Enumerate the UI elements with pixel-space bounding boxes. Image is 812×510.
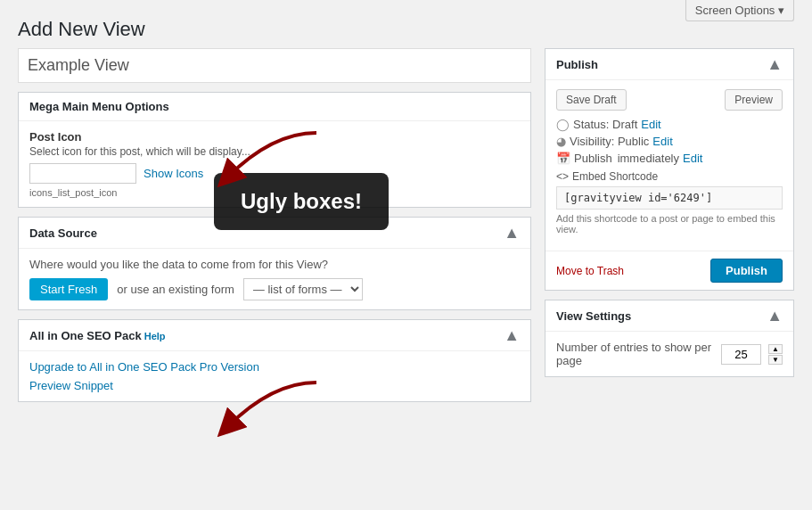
entries-input[interactable] <box>721 344 761 365</box>
post-icon-label: Post Icon <box>29 130 520 144</box>
view-settings-toggle: ▲ <box>767 308 783 324</box>
publish-box-header[interactable]: Publish ▲ <box>545 49 793 80</box>
entries-label: Number of entries to show per page <box>556 341 714 367</box>
mega-menu-title: Mega Main Menu Options <box>29 100 169 113</box>
publish-time-edit-link[interactable]: Edit <box>683 152 702 165</box>
or-text: or use an existing form <box>117 283 234 296</box>
move-to-trash-link[interactable]: Move to Trash <box>556 265 624 277</box>
calendar-icon: 📅 <box>556 152 570 165</box>
view-settings-body: Number of entries to show per page ▲ ▼ <box>545 332 793 376</box>
seo-upgrade-link[interactable]: Upgrade to All in One SEO Pack Pro Versi… <box>29 360 520 374</box>
mega-menu-body: Post Icon Select icon for this post, whi… <box>19 121 530 207</box>
visibility-label: Visibility: Public <box>570 135 649 148</box>
screen-options-button[interactable]: Screen Options <box>685 0 794 21</box>
publish-box-title: Publish <box>556 58 598 71</box>
preview-snippet-link[interactable]: Preview Snippet <box>29 379 113 392</box>
post-icon-desc: Select icon for this post, which will be… <box>29 145 520 158</box>
seo-help-link[interactable]: Help <box>144 331 166 341</box>
shortcode-box[interactable]: [gravityview id='6249'] <box>556 186 783 210</box>
embed-icon: <> <box>556 170 569 183</box>
seo-title: All in One SEO PackHelp <box>29 329 166 342</box>
visibility-edit-link[interactable]: Edit <box>652 135 672 148</box>
view-title-input[interactable] <box>18 48 531 83</box>
page-title: Add New View <box>18 18 145 41</box>
publish-time-row: 📅 Publish immediately Edit <box>556 152 783 165</box>
data-source-toggle: ▲ <box>504 225 520 241</box>
publish-footer: Move to Trash Publish <box>545 251 793 290</box>
view-settings-title: View Settings <box>556 309 631 323</box>
shortcode-note: Add this shortcode to a post or page to … <box>556 213 783 234</box>
data-source-postbox: Data Source ▲ Where would you like the d… <box>18 217 531 310</box>
view-settings-header[interactable]: View Settings ▲ <box>545 300 793 332</box>
status-label: Status: Draft <box>573 118 637 131</box>
save-draft-button[interactable]: Save Draft <box>556 89 627 111</box>
seo-header[interactable]: All in One SEO PackHelp ▲ <box>19 320 530 351</box>
view-settings-box: View Settings ▲ Number of entries to sho… <box>545 300 794 377</box>
publish-time-value: immediately <box>618 152 679 165</box>
publish-time-label: Publish <box>574 152 612 165</box>
seo-postbox: All in One SEO PackHelp ▲ Upgrade to All… <box>18 319 531 402</box>
mega-menu-header[interactable]: Mega Main Menu Options <box>19 93 530 121</box>
icon-text-input[interactable] <box>29 163 136 184</box>
publish-box: Publish ▲ Save Draft Preview ◯ Status: D… <box>545 48 794 291</box>
visibility-row: ◕ Visibility: Public Edit <box>556 135 783 148</box>
seo-body: Upgrade to All in One SEO Pack Pro Versi… <box>19 351 530 401</box>
status-edit-link[interactable]: Edit <box>641 118 660 131</box>
entries-spin-down[interactable]: ▼ <box>768 355 783 365</box>
icon-field-name: icons_list_post_icon <box>29 187 520 198</box>
seo-toggle: ▲ <box>504 327 520 343</box>
show-icons-link[interactable]: Show Icons <box>144 167 203 180</box>
preview-button[interactable]: Preview <box>725 89 783 111</box>
forms-select[interactable]: — list of forms — <box>243 278 363 300</box>
status-row: ◯ Status: Draft Edit <box>556 118 783 131</box>
data-source-body: Where would you like the data to come fr… <box>19 249 530 309</box>
status-icon: ◯ <box>556 118 570 131</box>
embed-shortcode-label: <> Embed Shortcode <box>556 170 783 183</box>
data-source-title: Data Source <box>29 226 97 240</box>
data-source-desc: Where would you like the data to come fr… <box>29 258 520 271</box>
visibility-icon: ◕ <box>556 135 566 148</box>
mega-menu-postbox: Mega Main Menu Options Post Icon Select … <box>18 92 531 208</box>
entries-spin-up[interactable]: ▲ <box>768 344 783 354</box>
start-fresh-button[interactable]: Start Fresh <box>29 278 108 300</box>
publish-box-body: Save Draft Preview ◯ Status: Draft Edit … <box>545 80 793 251</box>
entries-spinner: ▲ ▼ <box>768 344 783 365</box>
publish-button[interactable]: Publish <box>710 259 783 283</box>
data-source-header[interactable]: Data Source ▲ <box>19 218 530 249</box>
publish-toggle: ▲ <box>767 56 783 72</box>
